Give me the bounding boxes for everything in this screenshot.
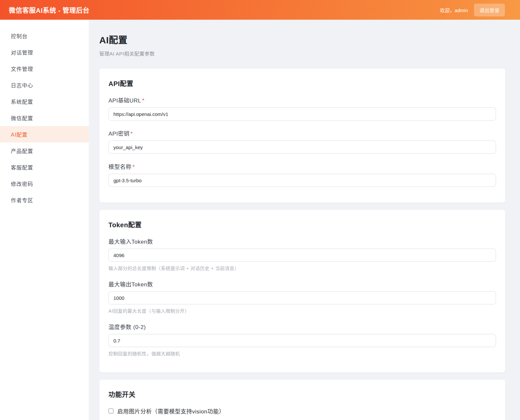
sidebar-item-wechat-config[interactable]: 微信配置 (0, 110, 89, 126)
api-base-url-label: API基础URL* (108, 96, 496, 104)
temperature-helper: 控制回复的随机性，值越大越随机 (108, 350, 496, 357)
max-output-tokens-input[interactable] (108, 291, 496, 304)
page-subtitle: 管理AI API相关配置参数 (99, 50, 505, 57)
temperature-input[interactable] (108, 334, 496, 347)
header-right: 欢迎，admin 退出登录 (440, 4, 505, 16)
sidebar-item-product-config[interactable]: 产品配置 (0, 143, 89, 159)
max-input-tokens-label: 最大输入Token数 (108, 237, 496, 245)
model-name-input[interactable] (108, 174, 496, 187)
max-output-tokens-helper: AI回复的最大长度（与输入限制分开） (108, 307, 496, 314)
api-key-label: API密钥* (108, 129, 496, 137)
max-input-tokens-group: 最大输入Token数 输入部分的总长度限制（系统提示词 + 对话历史 + 当前消… (108, 237, 496, 271)
page-title: AI配置 (99, 33, 505, 46)
app-title: 微信客服AI系统 - 管理后台 (9, 5, 89, 15)
api-config-card: API配置 API基础URL* API密钥* 模型名称* (99, 69, 505, 203)
sidebar-item-files[interactable]: 文件管理 (0, 60, 89, 77)
required-asterisk: * (132, 164, 135, 170)
model-name-label: 模型名称* (108, 162, 496, 170)
max-input-tokens-input[interactable] (108, 249, 496, 262)
api-key-label-text: API密钥 (108, 131, 130, 137)
feature-switches-card: 功能开关 启用图片分析（需要模型支持vision功能） 启用视频分析（需要模型支… (99, 380, 505, 420)
api-config-card-title: API配置 (108, 78, 496, 88)
enable-image-analysis-label: 启用图片分析（需要模型支持vision功能） (117, 407, 225, 415)
temperature-label: 温度参数 (0-2) (108, 322, 496, 331)
required-asterisk: * (142, 98, 144, 104)
api-base-url-input[interactable] (108, 107, 496, 121)
required-asterisk: * (130, 131, 133, 137)
sidebar-item-ai-config[interactable]: AI配置 (0, 126, 89, 143)
temperature-group: 温度参数 (0-2) 控制回复的随机性，值越大越随机 (108, 322, 496, 357)
main-content: AI配置 管理AI API相关配置参数 API配置 API基础URL* API密… (89, 20, 520, 420)
max-output-tokens-label: 最大输出Token数 (108, 280, 496, 288)
sidebar-item-change-password[interactable]: 修改密码 (0, 175, 89, 192)
sidebar: 控制台 对话管理 文件管理 日志中心 系统配置 微信配置 AI配置 产品配置 客… (0, 20, 89, 420)
model-name-label-text: 模型名称 (108, 164, 131, 170)
app-header: 微信客服AI系统 - 管理后台 欢迎，admin 退出登录 (0, 0, 520, 20)
sidebar-item-service-config[interactable]: 客服配置 (0, 159, 89, 175)
sidebar-item-logs[interactable]: 日志中心 (0, 77, 89, 93)
api-key-group: API密钥* (108, 129, 496, 154)
token-config-card-title: Token配置 (108, 220, 496, 229)
logout-button[interactable]: 退出登录 (474, 4, 505, 16)
api-key-input[interactable] (108, 141, 496, 154)
enable-image-analysis-row[interactable]: 启用图片分析（需要模型支持vision功能） (108, 407, 496, 415)
welcome-text: 欢迎，admin (440, 7, 468, 13)
sidebar-item-conversations[interactable]: 对话管理 (0, 44, 89, 60)
token-config-card: Token配置 最大输入Token数 输入部分的总长度限制（系统提示词 + 对话… (99, 210, 505, 372)
api-base-url-label-text: API基础URL (108, 98, 141, 104)
max-input-tokens-helper: 输入部分的总长度限制（系统提示词 + 对话历史 + 当前消息） (108, 265, 496, 271)
sidebar-item-author-zone[interactable]: 作者专区 (0, 192, 89, 208)
sidebar-item-system-config[interactable]: 系统配置 (0, 93, 89, 110)
sidebar-item-console[interactable]: 控制台 (0, 28, 89, 44)
api-base-url-group: API基础URL* (108, 96, 496, 121)
model-name-group: 模型名称* (108, 162, 496, 187)
max-output-tokens-group: 最大输出Token数 AI回复的最大长度（与输入限制分开） (108, 280, 496, 314)
enable-image-analysis-checkbox[interactable] (108, 409, 113, 413)
feature-switches-card-title: 功能开关 (108, 389, 496, 399)
